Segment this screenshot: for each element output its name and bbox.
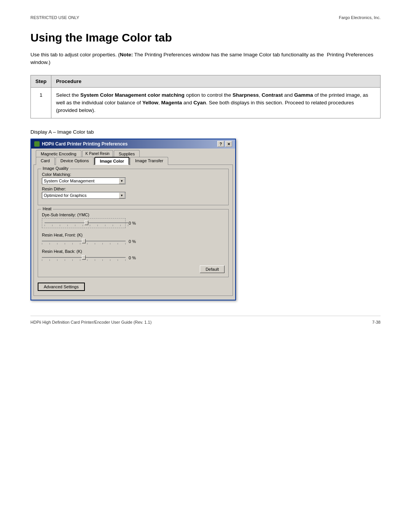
close-button[interactable]: ✕	[225, 141, 232, 147]
tab-k-panel-resin[interactable]: K Panel Resin	[82, 150, 113, 157]
heat-group: Heat Dye-Sub Intensity: (YMC)	[38, 209, 229, 277]
resin-back-slider-wrapper	[42, 255, 126, 261]
resin-back-label: Resin Heat, Back: (K)	[42, 249, 225, 254]
dialog-icon	[34, 141, 40, 147]
tab-supplies[interactable]: Supplies	[114, 150, 140, 157]
resin-front-thumb[interactable]	[82, 239, 86, 243]
step-number: 1	[31, 87, 51, 118]
display-label: Display A – Image Color tab	[30, 129, 381, 135]
dye-sub-section: Dye-Sub Intensity: (YMC)	[42, 212, 225, 228]
dye-sub-slider-box	[42, 218, 126, 228]
col-step: Step	[31, 75, 51, 87]
heat-label: Heat	[41, 206, 53, 211]
intro-text: Use this tab to adjust color properties.…	[30, 51, 381, 67]
default-button[interactable]: Default	[200, 265, 225, 273]
tab-device-options[interactable]: Device Options	[56, 157, 94, 165]
tab-panel: Image Quality Color Matching: System Col…	[33, 165, 233, 296]
dye-sub-value: 0 %	[129, 221, 140, 225]
color-matching-select[interactable]: System Color Management	[42, 177, 126, 184]
help-button[interactable]: ?	[217, 141, 224, 147]
resin-front-label: Resin Heat, Front: (K)	[42, 233, 225, 237]
resin-dither-label: Resin Dither:	[42, 187, 225, 191]
resin-back-thumb[interactable]	[82, 255, 86, 260]
color-matching-row: Color Matching: System Color Management …	[42, 172, 225, 184]
image-quality-label: Image Quality	[41, 166, 70, 171]
resin-front-track	[42, 241, 126, 241]
image-quality-group: Image Quality Color Matching: System Col…	[38, 169, 229, 205]
win-titlebar: HDPii Card Printer Printing Preferences …	[31, 139, 235, 149]
resin-dither-select[interactable]: Optimized for Graphics	[42, 192, 126, 199]
dye-sub-thumb[interactable]	[84, 220, 88, 225]
page-title: Using the Image Color tab	[30, 31, 381, 44]
footer-right: 7-38	[372, 320, 381, 324]
advanced-settings-button[interactable]: Advanced Settings	[38, 283, 85, 291]
tab-image-transfer[interactable]: Image Transfer	[130, 157, 168, 165]
dye-sub-track	[45, 222, 128, 223]
tab-image-color[interactable]: Image Color	[94, 157, 129, 165]
table-row: 1 Select the System Color Management col…	[31, 87, 381, 118]
step-procedure: Select the System Color Management color…	[51, 87, 381, 118]
header-right: Fargo Electronics, Inc.	[339, 15, 381, 20]
tab-magnetic-encoding[interactable]: Magnetic Encoding	[36, 150, 81, 157]
resin-front-section: Resin Heat, Front: (K)	[42, 233, 225, 244]
resin-front-value: 0 %	[129, 239, 140, 244]
dye-sub-label: Dye-Sub Intensity: (YMC)	[42, 212, 225, 217]
step-table: Step Procedure 1 Select the System Color…	[30, 75, 381, 119]
resin-back-track	[42, 257, 126, 258]
color-matching-label: Color Matching:	[42, 172, 225, 177]
header-left: RESTRICTED USE ONLY	[30, 15, 79, 20]
resin-back-value: 0 %	[129, 256, 140, 260]
resin-dither-row: Resin Dither: Optimized for Graphics ▼	[42, 187, 225, 199]
tab-card[interactable]: Card	[36, 157, 55, 165]
resin-front-slider-wrapper	[42, 238, 126, 244]
win-dialog: HDPii Card Printer Printing Preferences …	[30, 139, 236, 300]
col-procedure: Procedure	[51, 75, 381, 87]
footer-left: HDPii High Definition Card Printer/Encod…	[30, 320, 151, 324]
resin-back-section: Resin Heat, Back: (K)	[42, 249, 225, 261]
dialog-title: HDPii Card Printer Printing Preferences	[42, 141, 127, 147]
